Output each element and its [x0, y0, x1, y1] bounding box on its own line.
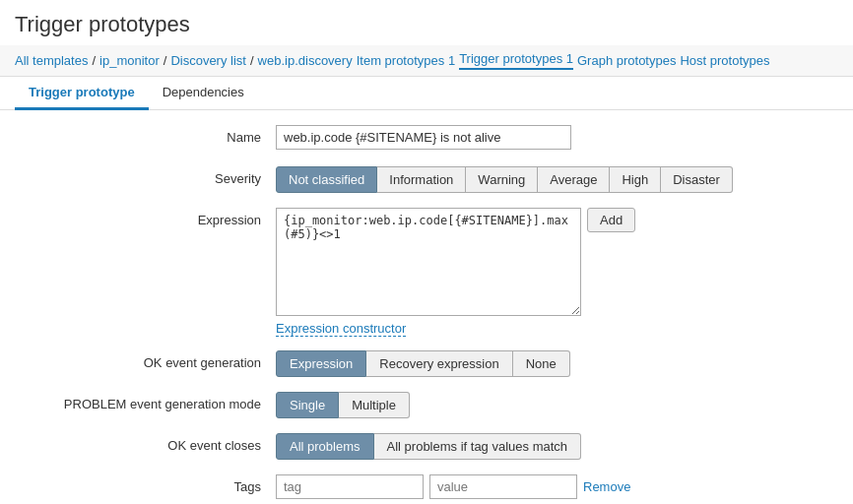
ok-event-button-group: Expression Recovery expression None [276, 350, 833, 377]
severity-high[interactable]: High [610, 166, 661, 193]
expression-add-button[interactable]: Add [587, 208, 635, 232]
ok-event-content: Expression Recovery expression None [276, 350, 833, 377]
ok-closes-label: OK event closes [20, 433, 276, 453]
problem-mode-row: PROBLEM event generation mode Single Mul… [20, 392, 833, 419]
name-label: Name [20, 125, 276, 145]
severity-not-classified[interactable]: Not classified [276, 166, 377, 193]
breadcrumb-host-prototypes[interactable]: Host prototypes [680, 53, 769, 68]
breadcrumb-trigger-prototypes[interactable]: Trigger prototypes 1 [459, 51, 573, 70]
tab-trigger-prototype[interactable]: Trigger prototype [15, 77, 149, 110]
breadcrumb-sep1: / [92, 53, 96, 68]
breadcrumb-web-ip-discovery[interactable]: web.ip.discovery [258, 53, 353, 68]
name-row: Name [20, 125, 833, 153]
severity-information[interactable]: Information [377, 166, 466, 193]
expression-label: Expression [20, 208, 276, 227]
tags-label: Tags [20, 474, 276, 494]
breadcrumb-all-templates[interactable]: All templates [15, 53, 88, 68]
breadcrumb-discovery-list[interactable]: Discovery list [170, 53, 246, 68]
expression-constructor-link[interactable]: Expression constructor [276, 321, 406, 337]
ok-event-none[interactable]: None [513, 350, 570, 377]
expression-with-add: Add [276, 208, 833, 316]
tags-row: Tags Remove Add [20, 474, 833, 504]
tags-input-row: Remove [276, 474, 833, 499]
severity-warning[interactable]: Warning [466, 166, 538, 193]
expression-content: Add Expression constructor [276, 208, 833, 337]
ok-closes-tag-values[interactable]: All problems if tag values match [374, 433, 582, 460]
ok-event-label: OK event generation [20, 350, 276, 370]
problem-mode-content: Single Multiple [276, 392, 833, 418]
tab-dependencies[interactable]: Dependencies [149, 77, 258, 110]
severity-button-group: Not classified Information Warning Avera… [276, 166, 833, 193]
page-title: Trigger prototypes [0, 0, 853, 45]
name-content [276, 125, 833, 150]
form-container: Name Severity Not classified Information… [0, 110, 853, 504]
breadcrumb: All templates / ip_monitor / Discovery l… [0, 45, 853, 77]
severity-row: Severity Not classified Information Warn… [20, 166, 833, 194]
remove-tag-link[interactable]: Remove [583, 479, 630, 494]
severity-content: Not classified Information Warning Avera… [276, 166, 833, 193]
breadcrumb-sep3: / [250, 53, 254, 68]
problem-mode-label: PROBLEM event generation mode [20, 392, 276, 411]
ok-closes-button-group: All problems All problems if tag values … [276, 433, 833, 460]
severity-average[interactable]: Average [538, 166, 610, 193]
ok-event-recovery-expression[interactable]: Recovery expression [366, 350, 512, 377]
tag-input[interactable] [276, 474, 424, 499]
tags-content: Remove Add [276, 474, 833, 504]
problem-mode-button-group: Single Multiple [276, 392, 833, 418]
expression-textarea[interactable] [276, 208, 581, 316]
problem-mode-single[interactable]: Single [276, 392, 339, 418]
breadcrumb-graph-prototypes[interactable]: Graph prototypes [577, 53, 676, 68]
breadcrumb-sep2: / [164, 53, 167, 68]
expression-constructor-link-wrapper: Expression constructor [276, 316, 833, 337]
breadcrumb-ip-monitor[interactable]: ip_monitor [99, 53, 160, 68]
ok-event-expression[interactable]: Expression [276, 350, 366, 377]
tabs-bar: Trigger prototype Dependencies [0, 77, 853, 110]
ok-closes-row: OK event closes All problems All problem… [20, 433, 833, 461]
ok-closes-all-problems[interactable]: All problems [276, 433, 374, 460]
expression-row: Expression Add Expression constructor [20, 208, 833, 337]
ok-event-row: OK event generation Expression Recovery … [20, 350, 833, 378]
severity-disaster[interactable]: Disaster [661, 166, 733, 193]
problem-mode-multiple[interactable]: Multiple [339, 392, 410, 418]
ok-closes-content: All problems All problems if tag values … [276, 433, 833, 460]
value-input[interactable] [429, 474, 577, 499]
breadcrumb-item-prototypes[interactable]: Item prototypes 1 [357, 53, 455, 68]
severity-label: Severity [20, 166, 276, 186]
name-input[interactable] [276, 125, 571, 150]
